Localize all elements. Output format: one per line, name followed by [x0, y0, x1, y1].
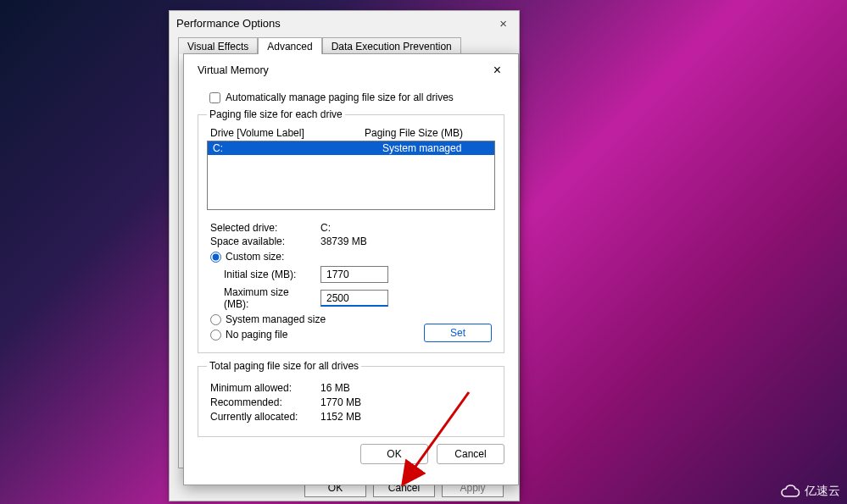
- initial-size-input[interactable]: [320, 266, 388, 283]
- header-size: Paging File Size (MB): [365, 127, 492, 139]
- set-button[interactable]: Set: [424, 324, 492, 342]
- selected-drive-value: C:: [320, 222, 492, 234]
- minimum-label: Minimum allowed:: [210, 382, 320, 394]
- drive-list-headers: Drive [Volume Label] Paging File Size (M…: [207, 125, 495, 141]
- auto-manage-checkbox-row[interactable]: Automatically manage paging file size fo…: [209, 91, 504, 103]
- header-drive: Drive [Volume Label]: [210, 127, 365, 139]
- radio-custom-input[interactable]: [210, 252, 221, 263]
- each-drive-legend: Paging file size for each drive: [207, 108, 345, 120]
- maximum-size-label: Maximum size (MB):: [224, 286, 314, 310]
- radio-none-label: No paging file: [226, 329, 287, 341]
- maximum-size-row: Maximum size (MB):: [224, 286, 495, 310]
- space-available-value: 38739 MB: [320, 235, 492, 247]
- perf-tabs: Visual Effects Advanced Data Execution P…: [170, 35, 519, 53]
- vm-title: Virtual Memory: [198, 64, 269, 76]
- auto-manage-checkbox[interactable]: [209, 92, 220, 103]
- selected-drive-label: Selected drive:: [210, 222, 320, 234]
- maximum-size-input[interactable]: [320, 290, 388, 307]
- vm-cancel-button[interactable]: Cancel: [437, 444, 504, 464]
- space-available-label: Space available:: [210, 235, 320, 247]
- recommended-label: Recommended:: [210, 396, 320, 408]
- radio-custom-size[interactable]: Custom size:: [210, 251, 492, 263]
- watermark: 亿速云: [781, 484, 840, 499]
- virtual-memory-dialog: Virtual Memory × Automatically manage pa…: [183, 53, 519, 485]
- perf-title-bar: Performance Options ×: [170, 11, 519, 35]
- vm-button-row: OK Cancel: [198, 444, 504, 464]
- drive-list[interactable]: C: System managed: [207, 141, 495, 210]
- drive-size: System managed: [382, 142, 489, 154]
- close-icon[interactable]: ×: [490, 63, 504, 78]
- close-icon[interactable]: ×: [494, 14, 512, 32]
- perf-title: Performance Options: [176, 17, 281, 30]
- radio-system-input[interactable]: [210, 314, 221, 325]
- vm-ok-button[interactable]: OK: [360, 444, 428, 464]
- each-drive-fieldset: Paging file size for each drive Drive [V…: [198, 108, 504, 353]
- minimum-value: 16 MB: [320, 382, 350, 394]
- initial-size-label: Initial size (MB):: [224, 269, 314, 280]
- cloud-icon: [781, 485, 801, 498]
- total-legend: Total paging file size for all drives: [207, 360, 361, 372]
- watermark-text: 亿速云: [805, 484, 840, 499]
- selected-drive-info: Selected drive: C: Space available: 3873…: [210, 222, 492, 247]
- current-label: Currently allocated:: [210, 411, 320, 423]
- radio-custom-label: Custom size:: [226, 251, 284, 263]
- drive-letter: C:: [213, 142, 382, 154]
- drive-row[interactable]: C: System managed: [208, 141, 494, 155]
- tab-dep[interactable]: Data Execution Prevention: [322, 37, 461, 54]
- initial-size-row: Initial size (MB):: [224, 266, 495, 283]
- total-fieldset: Total paging file size for all drives Mi…: [198, 360, 504, 437]
- radio-none-input[interactable]: [210, 330, 221, 341]
- auto-manage-label: Automatically manage paging file size fo…: [226, 91, 454, 103]
- tab-advanced[interactable]: Advanced: [258, 37, 321, 54]
- tab-visual-effects[interactable]: Visual Effects: [178, 37, 258, 54]
- vm-title-bar: Virtual Memory ×: [198, 61, 504, 80]
- radio-system-label: System managed size: [226, 313, 326, 325]
- current-value: 1152 MB: [320, 411, 361, 423]
- recommended-value: 1770 MB: [320, 396, 361, 408]
